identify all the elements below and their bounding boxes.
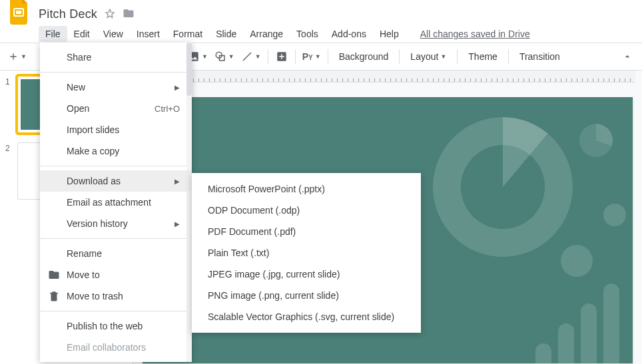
menu-item-make-copy[interactable]: Make a copy xyxy=(40,140,192,162)
menu-format[interactable]: Format xyxy=(166,26,209,42)
menu-addons[interactable]: Add-ons xyxy=(325,26,373,42)
collapse-toolbar-button[interactable] xyxy=(618,47,637,66)
chevron-down-icon: ▼ xyxy=(255,53,261,60)
chevron-down-icon: ▼ xyxy=(440,53,446,60)
submenu-item-pptx[interactable]: Microsoft PowerPoint (.pptx) xyxy=(192,178,421,200)
menu-label: Email collaborators xyxy=(67,342,146,353)
save-status[interactable]: All changes saved in Drive xyxy=(420,29,530,39)
slide-number: 2 xyxy=(5,142,17,153)
layout-label: Layout xyxy=(410,51,438,62)
decorative-donut xyxy=(433,117,573,257)
slides-logo xyxy=(8,0,32,30)
menu-shortcut: Ctrl+O xyxy=(155,104,180,114)
background-button[interactable]: Background xyxy=(332,47,396,66)
menu-label: Publish to the web xyxy=(67,321,143,331)
menu-item-share[interactable]: Share xyxy=(40,47,192,68)
submenu-item-odp[interactable]: ODP Document (.odp) xyxy=(192,200,421,221)
transition-button[interactable]: Transition xyxy=(513,47,567,66)
trash-icon xyxy=(48,290,60,304)
python-button[interactable]: PY ▼ xyxy=(300,47,324,66)
shape-button[interactable]: ▼ xyxy=(212,47,237,66)
menu-item-publish[interactable]: Publish to the web xyxy=(40,315,192,337)
menu-separator xyxy=(40,166,192,166)
chevron-down-icon: ▼ xyxy=(202,53,208,60)
menu-item-rename[interactable]: Rename xyxy=(40,243,192,264)
chevron-down-icon: ▼ xyxy=(228,53,234,60)
svg-rect-1 xyxy=(16,11,21,14)
menu-label: Share xyxy=(67,52,91,63)
menu-item-version-history[interactable]: Version history▶ xyxy=(40,213,192,234)
submenu-item-pdf[interactable]: PDF Document (.pdf) xyxy=(192,221,421,242)
menu-label: Import slides xyxy=(67,124,119,135)
title-bar: Pitch Deck xyxy=(0,0,642,23)
menu-label: Version history xyxy=(67,218,128,229)
menu-item-move-trash[interactable]: Move to trash xyxy=(40,285,192,307)
submenu-arrow-icon: ▶ xyxy=(174,220,180,228)
separator xyxy=(508,49,509,64)
svg-line-4 xyxy=(243,53,251,61)
move-folder-icon[interactable] xyxy=(123,7,135,21)
line-button[interactable]: ▼ xyxy=(238,47,264,66)
file-menu-popup: Share New▶ OpenCtrl+O Import slides Make… xyxy=(40,43,192,362)
separator xyxy=(268,49,268,64)
submenu-item-txt[interactable]: Plain Text (.txt) xyxy=(192,242,421,264)
chevron-down-icon: ▼ xyxy=(21,53,27,60)
menu-label: Move to trash xyxy=(67,291,123,301)
menu-item-move-to[interactable]: Move to xyxy=(40,264,192,285)
menu-separator xyxy=(40,311,192,311)
menu-file[interactable]: File xyxy=(39,26,67,42)
folder-icon xyxy=(48,269,60,283)
menu-item-open[interactable]: OpenCtrl+O xyxy=(40,98,192,119)
menu-item-email-collab: Email collaborators xyxy=(40,337,192,358)
menu-slide[interactable]: Slide xyxy=(209,26,243,42)
horizontal-ruler xyxy=(133,71,635,83)
menu-label: Make a copy xyxy=(67,146,119,156)
decorative-circle xyxy=(603,204,626,226)
menu-tools[interactable]: Tools xyxy=(290,26,325,42)
comment-button[interactable] xyxy=(272,47,291,66)
menu-item-email-attachment[interactable]: Email as attachment xyxy=(40,192,192,213)
document-title[interactable]: Pitch Deck xyxy=(39,7,97,21)
layout-button[interactable]: Layout▼ xyxy=(404,47,453,66)
separator xyxy=(399,49,400,64)
submenu-item-png[interactable]: PNG image (.png, current slide) xyxy=(192,285,421,306)
menu-item-download-as[interactable]: Download as▶ xyxy=(40,170,192,192)
separator xyxy=(328,49,328,64)
menu-arrange[interactable]: Arrange xyxy=(243,26,290,42)
menu-label: New xyxy=(67,82,85,92)
separator xyxy=(295,49,296,64)
menu-label: Download as xyxy=(67,176,121,186)
separator xyxy=(457,49,458,64)
menu-separator xyxy=(40,72,192,73)
new-slide-button[interactable]: ▼ xyxy=(5,47,29,66)
menu-label: Open xyxy=(67,103,89,114)
submenu-item-jpg[interactable]: JPEG image (.jpg, current slide) xyxy=(192,264,421,285)
star-icon[interactable] xyxy=(104,8,116,20)
slide-number: 1 xyxy=(5,76,17,87)
menu-edit[interactable]: Edit xyxy=(67,26,97,42)
submenu-arrow-icon: ▶ xyxy=(174,84,180,91)
decorative-circle xyxy=(561,245,593,277)
menu-item-new[interactable]: New▶ xyxy=(40,77,192,98)
menu-insert[interactable]: Insert xyxy=(130,26,166,42)
menu-label: Email as attachment xyxy=(67,197,151,208)
menu-item-import[interactable]: Import slides xyxy=(40,119,192,140)
submenu-item-svg[interactable]: Scalable Vector Graphics (.svg, current … xyxy=(192,306,421,327)
menu-separator xyxy=(40,238,192,239)
decorative-circle xyxy=(579,124,613,157)
theme-button[interactable]: Theme xyxy=(462,47,504,66)
menu-view[interactable]: View xyxy=(97,26,130,42)
chevron-down-icon: ▼ xyxy=(315,53,321,60)
menu-label: Move to xyxy=(67,270,100,280)
decorative-bars xyxy=(535,283,619,363)
menu-label: Rename xyxy=(67,248,102,259)
download-as-submenu: Microsoft PowerPoint (.pptx) ODP Documen… xyxy=(192,173,421,333)
submenu-arrow-icon: ▶ xyxy=(174,178,180,185)
menu-help[interactable]: Help xyxy=(373,26,406,42)
menu-bar: File Edit View Insert Format Slide Arran… xyxy=(0,23,642,43)
